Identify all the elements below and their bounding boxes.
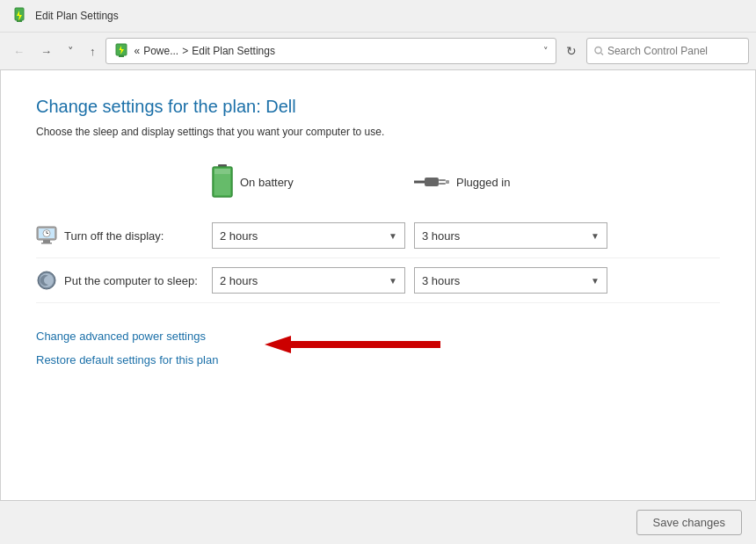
display-battery-chevron: ▼ bbox=[389, 231, 397, 241]
sleep-plugged-value: 3 hours bbox=[422, 274, 460, 287]
svg-rect-4 bbox=[119, 55, 124, 57]
svg-rect-22 bbox=[43, 240, 50, 243]
title-bar: Edit Plan Settings bbox=[0, 0, 756, 33]
address-bar-row: ← → ˅ ↑ « Powe... > Edit Plan Settings ˅… bbox=[0, 33, 756, 70]
title-bar-text: Edit Plan Settings bbox=[35, 10, 119, 22]
breadcrumb-part2: Edit Plan Settings bbox=[192, 45, 275, 57]
sleep-setting-row: Put the computer to sleep: 2 hours ▼ 3 h… bbox=[36, 258, 720, 303]
back-button[interactable]: ← bbox=[7, 41, 31, 62]
refresh-button[interactable]: ↻ bbox=[560, 40, 583, 62]
svg-rect-16 bbox=[446, 180, 449, 184]
main-content: Change settings for the plan: Dell Choos… bbox=[0, 70, 756, 504]
svg-rect-14 bbox=[439, 179, 446, 181]
sleep-battery-value: 2 hours bbox=[220, 274, 258, 287]
sleep-plugged-chevron: ▼ bbox=[591, 276, 600, 286]
page-subtitle: Choose the sleep and display settings th… bbox=[36, 126, 720, 138]
breadcrumb-sep1: > bbox=[182, 45, 188, 57]
svg-rect-1 bbox=[17, 20, 22, 22]
forward-button[interactable]: → bbox=[34, 41, 58, 62]
display-battery-dropdown[interactable]: 2 hours ▼ bbox=[212, 222, 405, 249]
display-plugged-chevron: ▼ bbox=[591, 231, 600, 241]
links-area: Change advanced power settings Restore d… bbox=[36, 330, 720, 366]
footer-bar: Save changes bbox=[0, 500, 756, 544]
svg-rect-15 bbox=[439, 183, 446, 185]
sleep-plugged-dropdown[interactable]: 3 hours ▼ bbox=[414, 267, 607, 294]
address-chevron[interactable]: ˅ bbox=[543, 46, 549, 57]
display-plugged-dropdown[interactable]: 3 hours ▼ bbox=[414, 222, 607, 249]
display-battery-value: 2 hours bbox=[220, 229, 258, 243]
svg-rect-13 bbox=[425, 178, 439, 186]
battery-column-header: On battery bbox=[212, 164, 414, 199]
page-title: Change settings for the plan: Dell bbox=[36, 97, 720, 117]
sleep-icon bbox=[36, 270, 57, 291]
sleep-label-area: Put the computer to sleep: bbox=[36, 270, 212, 291]
address-bar-icon bbox=[113, 43, 129, 59]
breadcrumb-prefix: « bbox=[134, 45, 141, 57]
sleep-setting-label: Put the computer to sleep: bbox=[64, 274, 198, 287]
svg-rect-23 bbox=[41, 243, 52, 244]
display-setting-row: Turn off the display: 2 hours ▼ 3 hours … bbox=[36, 214, 720, 258]
plugged-column-label: Plugged in bbox=[456, 176, 510, 189]
search-box[interactable] bbox=[586, 38, 749, 64]
power-header: On battery Plugged in bbox=[212, 164, 720, 199]
plugged-column-header: Plugged in bbox=[414, 172, 616, 192]
display-setting-label: Turn off the display: bbox=[64, 229, 164, 243]
red-arrow bbox=[265, 331, 467, 360]
display-icon bbox=[36, 225, 57, 246]
svg-rect-26 bbox=[291, 341, 440, 348]
breadcrumb-part1: Powe... bbox=[143, 45, 178, 57]
svg-marker-27 bbox=[265, 336, 291, 353]
display-label-area: Turn off the display: bbox=[36, 225, 212, 246]
plug-icon bbox=[414, 172, 449, 192]
svg-point-6 bbox=[595, 47, 601, 53]
search-icon bbox=[594, 46, 604, 56]
search-input[interactable] bbox=[607, 45, 741, 57]
up-button[interactable]: ↑ bbox=[84, 41, 102, 62]
battery-icon bbox=[212, 164, 233, 199]
title-bar-icon bbox=[11, 7, 28, 25]
save-changes-button[interactable]: Save changes bbox=[636, 510, 742, 535]
battery-column-label: On battery bbox=[240, 176, 294, 189]
address-bar[interactable]: « Powe... > Edit Plan Settings ˅ bbox=[105, 38, 557, 64]
svg-line-7 bbox=[601, 53, 603, 54]
display-plugged-value: 3 hours bbox=[422, 229, 460, 243]
sleep-battery-chevron: ▼ bbox=[389, 276, 397, 286]
svg-rect-11 bbox=[214, 169, 230, 174]
address-path: « Powe... > Edit Plan Settings bbox=[134, 45, 275, 57]
sleep-battery-dropdown[interactable]: 2 hours ▼ bbox=[212, 267, 405, 294]
dropdown-history-button[interactable]: ˅ bbox=[62, 41, 80, 62]
